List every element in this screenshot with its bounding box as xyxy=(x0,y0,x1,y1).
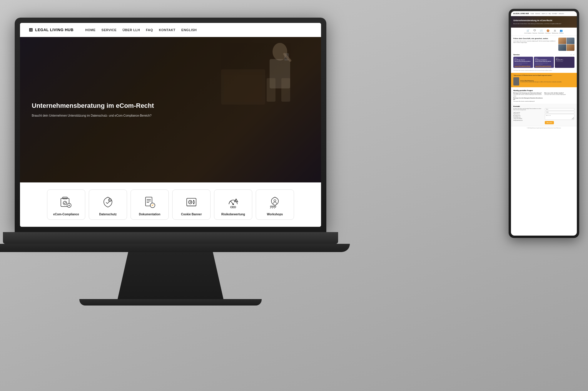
tablet-faq-title: Häufig gestellte Fragen xyxy=(513,90,574,91)
svg-rect-2 xyxy=(267,78,275,102)
t-icon-datenschutz[interactable]: 🛡 Datenschutz xyxy=(532,29,537,34)
service-card-dokumentation[interactable]: Dokumentation xyxy=(131,189,169,220)
tablet-logo: ⊞ LEGAL LIVING HUB xyxy=(513,13,529,14)
ecom-icon xyxy=(59,195,74,210)
service-card-3[interactable]: PART 3 Rundum-Ch... Vollständige Beratun… xyxy=(555,57,574,68)
faq-item-1: Wie lange ist die Umsetzung einer Datens… xyxy=(513,93,544,97)
svg-point-34 xyxy=(275,206,276,207)
laptop-base-bottom xyxy=(0,244,350,252)
hero-content: Unternehmensberatung im eCom-Recht Brauc… xyxy=(32,102,154,118)
form-email[interactable] xyxy=(545,111,574,113)
hero-title: Unternehmensberatung im eCom-Recht xyxy=(32,102,154,110)
nav-english[interactable]: ENGLISH xyxy=(181,28,197,32)
datenschutz-icon xyxy=(101,195,115,210)
form-name[interactable] xyxy=(545,108,574,110)
datenschutz-label: Datenschutz xyxy=(99,213,116,216)
risiko-label: Risikobewertung xyxy=(221,213,245,216)
tablet-icons-row: 🛒 eCom-Compliance 🛡 Datenschutz 📄 Dokume… xyxy=(511,28,577,36)
tablet-contact-text: Du bist dir nicht sicher, was du benötig… xyxy=(513,108,543,111)
service-card-2[interactable]: PART 2 Prüfung vorhandener Datenschutz-D… xyxy=(534,57,554,68)
service-card-risiko[interactable]: Risikobewertung xyxy=(214,189,252,220)
tablet-lead-section: Führe dein Geschäft, wie gewohnt, weiter… xyxy=(511,36,577,53)
svg-point-28 xyxy=(230,206,232,208)
svg-point-21 xyxy=(193,203,194,204)
prev-arrow[interactable]: ← xyxy=(570,54,572,56)
tablet-contact-title: Kontakt xyxy=(513,105,574,107)
svg-rect-22 xyxy=(193,202,195,203)
svg-point-31 xyxy=(274,200,276,202)
risiko-icon xyxy=(226,195,240,210)
tablet-nav-links: HOME SERVICE ÜBER LLH FAQ KONTAKT ENGLIS… xyxy=(531,13,564,14)
svg-rect-3 xyxy=(281,78,290,102)
logo-icon: ⊞ xyxy=(29,27,33,33)
website: ⊞ LEGAL LIVING HUB HOME SERVICE ÜBER LLH… xyxy=(20,23,321,227)
scene: ⊞ LEGAL LIVING HUB HOME SERVICE ÜBER LLH… xyxy=(0,0,588,391)
t-icon-risiko[interactable]: ⚠ Risikobewertung xyxy=(552,29,558,34)
t-nav-home[interactable]: HOME xyxy=(531,13,534,14)
tablet-lead-title: Führe dein Geschäft, wie gewohnt, weiter… xyxy=(513,38,557,39)
tablet-cards-row: PART 1 Erstellung interner Datenschutz-D… xyxy=(513,57,574,68)
t-icon-cookie[interactable]: 🍪 Cookie Banner xyxy=(545,29,551,34)
logo-text: LEGAL LIVING HUB xyxy=(35,28,74,32)
hero-person-image xyxy=(221,40,303,105)
cookie-label: Cookie Banner xyxy=(181,213,202,216)
service-arrows: ← → xyxy=(570,54,574,56)
services-grid: eCom-Compliance xyxy=(29,189,312,220)
nav-faq[interactable]: FAQ xyxy=(146,28,153,32)
t-nav-uber[interactable]: ÜBER LLH xyxy=(542,13,547,14)
faq-item-2: Wann muss ich für die Daten bezahlen? Lo… xyxy=(544,93,575,97)
quote-detail: Ich helfe Ihnen, Ihre rechtlichen Anford… xyxy=(520,81,574,83)
service-card-1[interactable]: PART 1 Erstellung interner Datenschutz-D… xyxy=(513,57,533,68)
nav-home[interactable]: HOME xyxy=(85,28,96,32)
svg-rect-9 xyxy=(63,197,67,199)
tablet-quote-person: Ich bin Olga Ekchanova Ich helfe Ihnen, … xyxy=(513,77,574,85)
laptop-body: ⊞ LEGAL LIVING HUB HOME SERVICE ÜBER LLH… xyxy=(15,18,326,232)
service-card-ecom[interactable]: eCom-Compliance xyxy=(47,189,85,220)
nav-logo: ⊞ LEGAL LIVING HUB xyxy=(29,27,74,33)
tablet-lead-text: Lorem ipsum dolor sit amet, consectetur … xyxy=(513,41,557,44)
t-icon-workshops[interactable]: 👥 Workshops xyxy=(559,29,564,34)
t-nav-kontakt[interactable]: KONTAKT xyxy=(552,13,558,14)
form-message[interactable] xyxy=(545,114,574,120)
dokumentation-icon xyxy=(142,195,157,210)
faq-item-3: Wie fange ich mit der Nutzung des Newsle… xyxy=(513,98,544,102)
tablet-disclaimer: Lorem ipsum dolor sit amet, consectetur … xyxy=(511,69,577,72)
laptop-foot xyxy=(79,299,262,306)
t-nav-faq[interactable]: FAQ xyxy=(549,13,551,14)
ecom-label: eCom-Compliance xyxy=(53,213,79,216)
tablet-form: Absenden xyxy=(545,108,574,124)
svg-point-19 xyxy=(188,200,192,204)
t-nav-service[interactable]: SERVICE xyxy=(535,13,541,14)
tablet-faq-section: Häufig gestellte Fragen Wie lange ist di… xyxy=(511,88,577,104)
t-nav-en[interactable]: ENGLISH xyxy=(559,13,564,14)
next-arrow[interactable]: → xyxy=(573,54,574,56)
t-icon-ecom[interactable]: 🛒 eCom-Compliance xyxy=(524,29,532,34)
form-submit[interactable]: Absenden xyxy=(545,121,554,124)
nav-service[interactable]: SERVICE xyxy=(101,28,117,32)
tablet: ⊞ LEGAL LIVING HUB HOME SERVICE ÜBER LLH… xyxy=(509,9,579,238)
tablet-avatar xyxy=(513,77,519,85)
service-card-workshops[interactable]: Workshops xyxy=(256,189,294,220)
laptop: ⊞ LEGAL LIVING HUB HOME SERVICE ÜBER LLH… xyxy=(15,18,326,370)
tablet-service-title: Service ← → xyxy=(513,54,574,56)
service-card-cookie[interactable]: Cookie Banner xyxy=(172,189,211,220)
tablet-footer: © 2024 Olga Ekchanova Legal Living Hub I… xyxy=(511,126,577,130)
tablet-hero-title: Unternehmensberatung im eCom-Recht xyxy=(513,19,574,22)
tablet-hero: Unternehmensberatung im eCom-Recht Brauc… xyxy=(511,16,577,28)
workshops-icon xyxy=(268,195,282,210)
laptop-screen: ⊞ LEGAL LIVING HUB HOME SERVICE ÜBER LLH… xyxy=(20,23,321,227)
tablet-faq-grid: Wie lange ist die Umsetzung einer Datens… xyxy=(513,93,574,102)
t-icon-docs[interactable]: 📄 Dokumentation xyxy=(538,29,544,34)
svg-point-29 xyxy=(232,206,234,208)
svg-point-33 xyxy=(273,206,274,207)
nav-kontakt[interactable]: KONTAKT xyxy=(159,28,175,32)
tablet-address: Legal Living Hub Olga Ekchanova Am Stadt… xyxy=(513,112,543,121)
services-section: eCom-Compliance xyxy=(20,182,321,227)
dokumentation-label: Dokumentation xyxy=(139,213,161,216)
tablet-body: ⊞ LEGAL LIVING HUB HOME SERVICE ÜBER LLH… xyxy=(509,9,579,238)
navbar: ⊞ LEGAL LIVING HUB HOME SERVICE ÜBER LLH… xyxy=(20,23,321,37)
service-card-datenschutz[interactable]: Datenschutz xyxy=(89,189,127,220)
cookie-icon xyxy=(184,195,199,210)
nav-uber[interactable]: ÜBER LLH xyxy=(123,28,140,32)
tablet-screen: ⊞ LEGAL LIVING HUB HOME SERVICE ÜBER LLH… xyxy=(511,11,577,236)
